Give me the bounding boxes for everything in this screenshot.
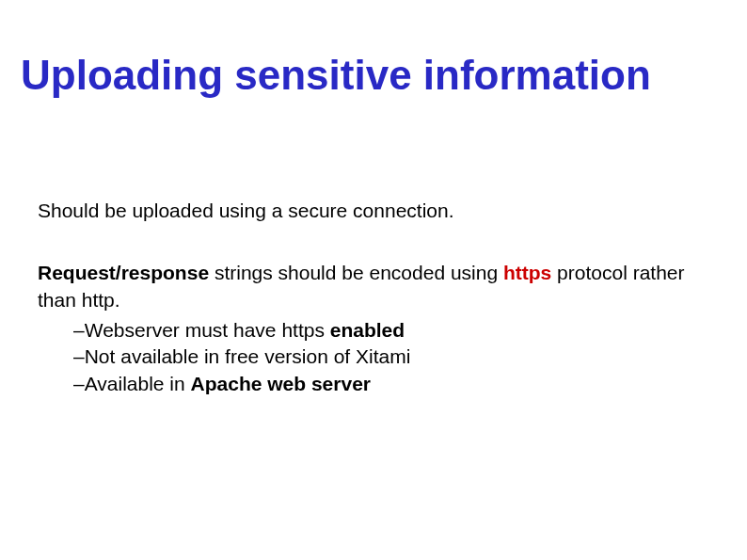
text-apache-pre: Available in [85,373,191,394]
text-request-response-label: Request/response [38,262,209,283]
text-xitami: Not available in free version of Xitami [85,345,411,367]
dash-icon: – [73,373,85,394]
paragraph-request-response: Request/response strings should be encod… [38,260,696,397]
slide-title: Uploading sensitive information [21,52,651,99]
sublist: –Webserver must have https enabled –Not … [73,317,696,397]
dash-icon: – [73,345,85,367]
dash-icon: – [73,319,85,341]
text-encoded-using: strings should be encoded using [209,262,503,283]
text-webserver-pre: Webserver must have https [85,319,330,341]
text-https-highlight: https [503,262,551,283]
subitem-webserver-enabled: –Webserver must have https enabled [73,317,696,344]
text-enabled-bold: enabled [330,319,405,341]
subitem-apache: –Available in Apache web server [73,371,696,397]
paragraph-secure-connection: Should be uploaded using a secure connec… [38,198,696,224]
slide-body: Should be uploaded using a secure connec… [38,198,696,397]
subitem-xitami: –Not available in free version of Xitami [73,344,696,370]
text-apache-bold: Apache web server [191,373,371,394]
